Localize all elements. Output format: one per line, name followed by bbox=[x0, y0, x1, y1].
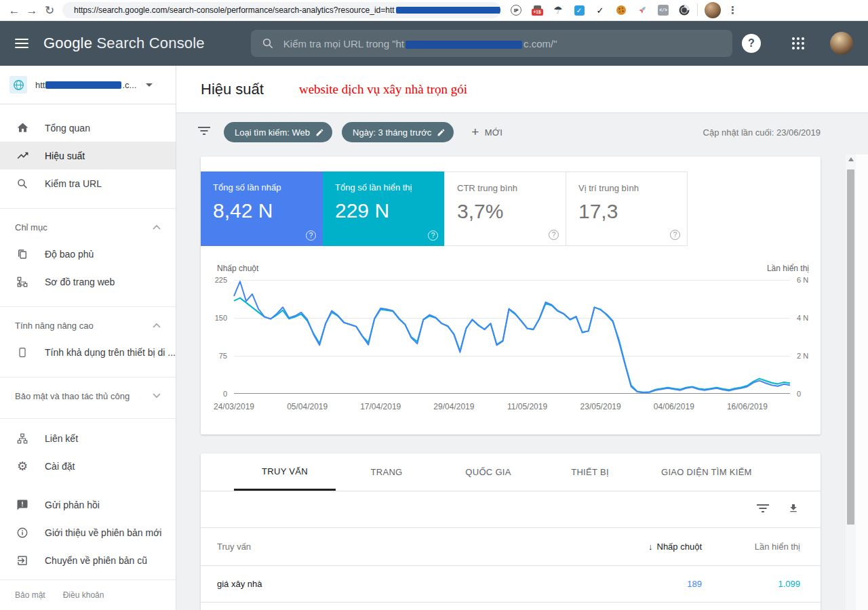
scrollbar-thumb[interactable] bbox=[847, 169, 854, 525]
help-icon[interactable]: ? bbox=[306, 230, 316, 241]
page-header: Hiệu suất website dịch vụ xây nhà trọn g… bbox=[176, 66, 868, 113]
sidebar-section-index[interactable]: Chỉ mục bbox=[0, 214, 176, 240]
browser-toolbar: ← → ↻ https://search.google.com/search-c… bbox=[0, 0, 868, 21]
column-header-clicks[interactable]: ↓Nhấp chuột bbox=[587, 542, 702, 552]
search-type-filter-chip[interactable]: Loại tìm kiếm: Web bbox=[224, 122, 332, 142]
plus-icon: + bbox=[471, 125, 479, 140]
forward-icon[interactable]: → bbox=[23, 0, 41, 21]
column-header-query[interactable]: Truy vấn bbox=[201, 542, 587, 552]
reload-icon[interactable]: ↻ bbox=[41, 0, 58, 21]
coverage-pages-icon bbox=[15, 248, 30, 260]
sidebar-item-feedback[interactable]: Gửi phản hồi bbox=[0, 491, 176, 518]
table-filter-icon[interactable] bbox=[757, 504, 769, 516]
y-tick-right: 4 N bbox=[797, 314, 808, 322]
property-redaction-bar bbox=[45, 81, 121, 89]
sidebar-item-sitemaps[interactable]: Sơ đồ trang web bbox=[0, 268, 176, 296]
search-icon bbox=[262, 37, 274, 49]
tab-pages[interactable]: TRANG bbox=[336, 453, 437, 491]
help-icon[interactable]: ? bbox=[670, 230, 680, 240]
performance-panel: Tổng số lần nhấp 8,42 N ? Tổng số lần hi… bbox=[201, 157, 821, 434]
y-tick-right: 2 N bbox=[797, 352, 808, 360]
address-bar[interactable]: https://search.google.com/search-console… bbox=[62, 2, 500, 18]
links-icon bbox=[15, 432, 30, 445]
table-row[interactable]: giá xây nhà trọn gói 110 1.160 bbox=[201, 603, 821, 610]
sidebar-divider bbox=[0, 418, 176, 419]
table-toolbar bbox=[201, 491, 821, 528]
sidebar-section-enhancements[interactable]: Tính năng nâng cao bbox=[0, 312, 176, 338]
app-header: Google Search Console Kiểm tra mọi URL t… bbox=[0, 21, 868, 66]
clicks-line bbox=[234, 281, 790, 392]
metric-cards: Tổng số lần nhấp 8,42 N ? Tổng số lần hi… bbox=[201, 157, 821, 246]
google-apps-icon[interactable] bbox=[792, 37, 804, 49]
metric-card-impressions[interactable]: Tổng số lần hiển thị 229 N ? bbox=[323, 171, 445, 246]
chart-lines bbox=[234, 280, 790, 394]
help-icon[interactable]: ? bbox=[549, 230, 559, 240]
chevron-up-icon bbox=[153, 323, 161, 328]
account-avatar[interactable] bbox=[830, 32, 853, 55]
clicks-cell: 189 bbox=[587, 579, 702, 589]
sidebar-item-coverage[interactable]: Độ bao phủ bbox=[0, 240, 176, 268]
tab-devices[interactable]: THIẾT BỊ bbox=[539, 453, 641, 491]
sidebar-item-url-inspection[interactable]: Kiểm tra URL bbox=[0, 169, 176, 197]
metric-card-ctr[interactable]: CTR trung bình 3,7% ? bbox=[444, 171, 566, 246]
last-updated-text: Cập nhật lần cuối: 23/06/2019 bbox=[703, 127, 821, 138]
help-icon[interactable]: ? bbox=[428, 230, 438, 241]
sidebar-item-performance[interactable]: Hiệu suất bbox=[0, 142, 176, 169]
blue-check-extension-icon[interactable]: ✓ bbox=[573, 4, 585, 16]
hamburger-menu-icon[interactable] bbox=[15, 39, 28, 48]
table-row[interactable]: giá xây nhà 189 1.099 bbox=[201, 566, 821, 603]
tab-search-appearance[interactable]: GIAO DIỆN TÌM KIẾM bbox=[641, 453, 772, 491]
date-filter-chip[interactable]: Ngày: 3 tháng trước bbox=[342, 122, 454, 142]
url-inspection-search-input[interactable]: Kiểm tra mọi URL trong "htc.com/" bbox=[251, 30, 732, 57]
back-icon[interactable]: ← bbox=[5, 0, 23, 21]
tab-queries[interactable]: TRUY VẤN bbox=[234, 453, 336, 491]
new-filter-button[interactable]: + MỚI bbox=[471, 125, 502, 140]
sidebar-item-links[interactable]: Liên kết bbox=[0, 424, 176, 452]
column-header-impressions[interactable]: Lần hiển thị bbox=[702, 542, 821, 552]
code-extension-icon[interactable]: </> bbox=[657, 4, 669, 16]
x-axis-labels: 24/03/201905/04/2019 17/04/201929/04/201… bbox=[234, 394, 790, 417]
impressions-line bbox=[234, 298, 790, 392]
sidebar-divider bbox=[0, 306, 176, 307]
right-axis-label: Lần hiển thị bbox=[767, 264, 809, 273]
y-tick-left: 150 bbox=[215, 314, 227, 322]
pencil-icon bbox=[315, 128, 324, 137]
browser-menu-icon[interactable]: ⋮ bbox=[728, 4, 738, 16]
scrollbar[interactable] bbox=[846, 155, 856, 610]
sidebar-item-mobile-usability[interactable]: Tính khả dụng trên thiết bị di ... bbox=[0, 338, 176, 366]
sidebar-item-about-new-version[interactable]: Giới thiệu về phiên bản mới bbox=[0, 518, 176, 546]
download-icon[interactable] bbox=[788, 502, 799, 517]
tab-countries[interactable]: QUỐC GIA bbox=[437, 453, 539, 491]
cookie-extension-icon[interactable] bbox=[615, 4, 627, 16]
main-content: Hiệu suất website dịch vụ xây nhà trọn g… bbox=[176, 66, 868, 610]
property-selector[interactable]: htt.c... bbox=[0, 66, 176, 104]
rocket-extension-icon[interactable] bbox=[636, 4, 648, 16]
ip-lookup-extension-icon[interactable]: IP bbox=[510, 4, 522, 16]
left-axis-label: Nhấp chuột bbox=[217, 264, 258, 273]
sidebar-item-settings[interactable]: ⚙ Cài đặt bbox=[0, 452, 176, 480]
y-tick-right: 0 bbox=[797, 390, 801, 398]
app-logo[interactable]: Google Search Console bbox=[43, 35, 205, 52]
filter-icon[interactable] bbox=[198, 126, 210, 138]
cashback-extension-icon[interactable]: +1$ bbox=[531, 4, 543, 16]
sidebar-item-old-version[interactable]: Chuyển về phiên bản cũ bbox=[0, 546, 176, 574]
dark-circle-extension-icon[interactable] bbox=[678, 4, 690, 16]
page-right-edge bbox=[856, 155, 868, 610]
browser-profile-avatar[interactable] bbox=[705, 2, 721, 18]
extensions-row: IP +1$ ☂ ✓ ✓ </> bbox=[510, 4, 690, 16]
url-text: https://search.google.com/search-console… bbox=[74, 5, 395, 15]
help-icon[interactable]: ? bbox=[742, 34, 761, 53]
sidebar-item-overview[interactable]: Tổng quan bbox=[0, 114, 176, 142]
privacy-link[interactable]: Bảo mật bbox=[15, 590, 45, 600]
exit-to-app-icon bbox=[15, 554, 30, 567]
metric-card-position[interactable]: Vị trí trung bình 17,3 ? bbox=[566, 171, 688, 246]
sidebar-section-security[interactable]: Bảo mật và thao tác thủ công bbox=[0, 383, 176, 409]
scrollbar-up-arrow[interactable] bbox=[846, 157, 856, 161]
umbrella-extension-icon[interactable]: ☂ bbox=[552, 4, 564, 16]
mobile-icon bbox=[15, 346, 30, 359]
metric-card-clicks[interactable]: Tổng số lần nhấp 8,42 N ? bbox=[201, 171, 323, 246]
table-header-row: Truy vấn ↓Nhấp chuột Lần hiển thị bbox=[201, 528, 821, 566]
info-icon bbox=[15, 527, 30, 539]
terms-link[interactable]: Điều khoản bbox=[63, 590, 104, 600]
checkmark-extension-icon[interactable]: ✓ bbox=[594, 4, 606, 16]
